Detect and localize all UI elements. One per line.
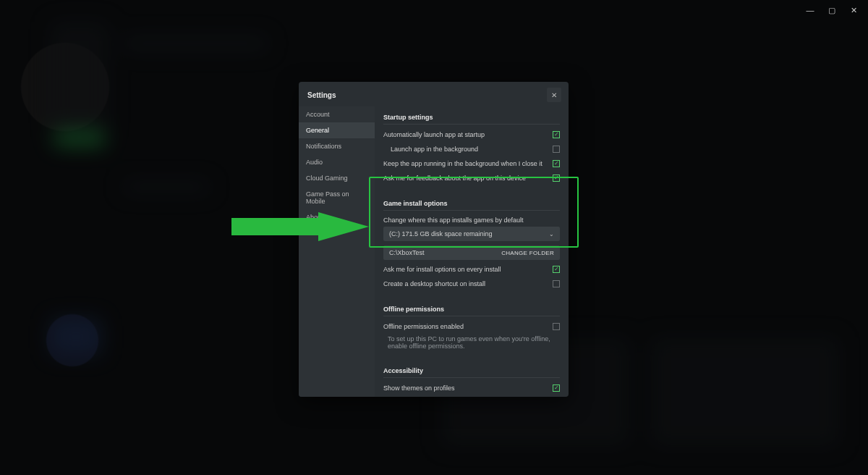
row-ask-every: Ask me for install options on every inst…	[383, 260, 560, 277]
checkbox-ask-every[interactable]	[553, 266, 560, 273]
row-feedback: Ask me for feedback about the app on thi…	[383, 171, 560, 185]
drive-select-value: (C:) 171.5 GB disk space remaining	[389, 230, 493, 238]
dialog-title: Settings	[307, 91, 336, 99]
checkbox-shortcut[interactable]	[553, 280, 560, 287]
change-folder-button[interactable]: CHANGE FOLDER	[501, 250, 554, 256]
label-shortcut: Create a desktop shortcut on install	[383, 280, 485, 287]
section-accessibility-title: Accessibility	[383, 367, 560, 378]
row-auto-launch: Automatically launch app at startup	[383, 127, 560, 142]
sidebar-item-about[interactable]: About	[299, 209, 375, 225]
label-feedback: Ask me for feedback about the app on thi…	[383, 175, 526, 182]
offline-hint: To set up this PC to run games even when…	[383, 334, 560, 353]
row-preview: Show video preview on hover	[383, 395, 560, 397]
minimize-button[interactable]: —	[806, 6, 814, 14]
checkbox-offline-enabled[interactable]	[553, 323, 560, 330]
label-keep-bg: Keep the app running in the background w…	[383, 160, 542, 167]
checkbox-launch-bg[interactable]	[553, 146, 560, 153]
install-folder-row: C:\XboxTest CHANGE FOLDER	[383, 245, 560, 260]
sidebar-item-cloud-gaming[interactable]: Cloud Gaming	[299, 170, 375, 186]
sidebar-item-general[interactable]: General	[299, 122, 375, 138]
chevron-down-icon: ⌄	[549, 231, 554, 238]
row-themes: Show themes on profiles	[383, 381, 560, 395]
section-startup-title: Startup settings	[383, 114, 560, 125]
sidebar-item-game-pass-mobile[interactable]: Game Pass on Mobile	[299, 186, 375, 209]
checkbox-keep-bg[interactable]	[553, 160, 560, 167]
label-ask-every: Ask me for install options on every inst…	[383, 266, 501, 273]
row-shortcut: Create a desktop shortcut on install	[383, 277, 560, 291]
label-themes: Show themes on profiles	[383, 384, 455, 392]
desktop-area: — ▢ ✕ Settings ✕ Account General Notific…	[0, 0, 868, 475]
section-install-title: Game install options	[383, 200, 560, 211]
sidebar-item-audio[interactable]: Audio	[299, 154, 375, 170]
checkbox-auto-launch[interactable]	[553, 131, 560, 138]
row-launch-bg: Launch app in the background	[383, 142, 560, 156]
settings-sidebar: Account General Notifications Audio Clou…	[299, 106, 375, 397]
sidebar-item-account[interactable]: Account	[299, 106, 375, 122]
window-close-button[interactable]: ✕	[849, 6, 858, 14]
maximize-button[interactable]: ▢	[827, 6, 836, 14]
row-offline-enabled: Offline permissions enabled	[383, 319, 560, 334]
dialog-body: Account General Notifications Audio Clou…	[299, 106, 569, 397]
label-auto-launch: Automatically launch app at startup	[383, 131, 485, 138]
install-folder-path: C:\XboxTest	[389, 249, 425, 256]
checkbox-themes[interactable]	[553, 384, 560, 392]
section-offline-title: Offline permissions	[383, 306, 560, 316]
close-icon: ✕	[551, 91, 557, 99]
label-offline-enabled: Offline permissions enabled	[383, 323, 464, 330]
settings-content[interactable]: Startup settings Automatically launch ap…	[375, 106, 569, 397]
dialog-close-button[interactable]: ✕	[547, 88, 561, 102]
sidebar-item-notifications[interactable]: Notifications	[299, 138, 375, 154]
label-change-where: Change where this app installs games by …	[383, 214, 560, 224]
window-titlebar: — ▢ ✕	[806, 0, 868, 20]
settings-dialog: Settings ✕ Account General Notifications…	[299, 82, 569, 397]
dialog-header: Settings ✕	[299, 82, 569, 106]
checkbox-feedback[interactable]	[553, 175, 560, 182]
label-launch-bg: Launch app in the background	[383, 146, 478, 153]
row-keep-bg: Keep the app running in the background w…	[383, 156, 560, 171]
drive-select[interactable]: (C:) 171.5 GB disk space remaining ⌄	[383, 227, 560, 241]
